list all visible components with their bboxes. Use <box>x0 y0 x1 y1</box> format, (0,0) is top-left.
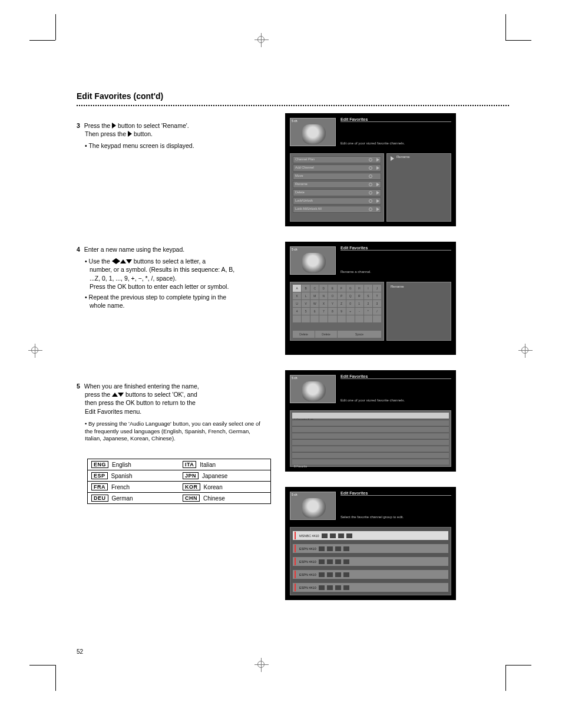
text: Enter a new name using the keypad. <box>84 246 184 253</box>
keypad-key: N <box>319 292 328 299</box>
right-arrow-icon <box>128 131 132 137</box>
keypad-key: Q <box>346 292 355 299</box>
keypad-key: 4 <box>293 308 301 315</box>
lang-name: Italian <box>200 462 216 468</box>
panel-subtitle: Rename a channel. <box>340 270 371 274</box>
keypad-key: U <box>293 300 301 307</box>
text: then press the OK button to return to th… <box>85 398 271 407</box>
keypad-key: 1 <box>355 300 363 307</box>
keypad-key <box>364 315 372 322</box>
left-arrow-icon <box>112 258 116 264</box>
keypad-key: J <box>373 285 381 292</box>
key: Delete <box>315 331 337 338</box>
panel-subtitle: Edit one of your stored favorite channel… <box>340 398 405 402</box>
panel-title: Edit Favorites <box>340 117 368 121</box>
text: When you are finished entering the name, <box>84 383 199 390</box>
lang-chip: KOR <box>183 483 200 490</box>
step-4: 4 Enter a new name using the keypad. • U… <box>77 245 271 309</box>
keypad-key <box>346 315 355 322</box>
step-5: 5 When you are finished entering the nam… <box>77 382 271 443</box>
panel-subtitle: Select the favorite channel group to edi… <box>340 515 404 519</box>
keypad-key: E <box>328 285 336 292</box>
preview-thumbnail <box>290 118 336 146</box>
panel-title: Edit Favorites <box>340 246 368 250</box>
keypad-key: D <box>319 285 328 292</box>
text: Press the OK button to enter each letter… <box>90 282 271 291</box>
keypad-key: O <box>328 292 336 299</box>
keypad-key: B <box>302 285 310 292</box>
keypad-key: W <box>310 300 319 307</box>
language-table: ENGEnglish ITAItalian ESPSpanish JPNJapa… <box>87 459 271 504</box>
keypad-key: R <box>355 292 363 299</box>
lang-chip: FRA <box>91 483 108 490</box>
keypad-key <box>310 315 319 322</box>
table-row: ESPSpanish JPNJapanese <box>88 470 270 482</box>
lang-chip: CHN <box>183 495 200 502</box>
text: button to select 'Rename'. <box>118 122 189 129</box>
keypad-key: K <box>293 292 301 299</box>
keypad-key: L <box>302 292 310 299</box>
down-arrow-icon <box>126 259 132 263</box>
keypad-key: T <box>373 292 381 299</box>
right-arrow-icon <box>116 258 120 264</box>
divider <box>77 105 509 106</box>
preview-thumbnail <box>290 246 336 275</box>
lang-name: Japanese <box>202 473 227 479</box>
text: buttons to select a letter, a <box>134 258 206 265</box>
text: By pressing the 'Audio Language' button,… <box>85 420 260 442</box>
page-number: 52 <box>77 648 83 655</box>
step-number: 4 <box>77 246 80 253</box>
keypad-key: X <box>319 300 328 307</box>
step-number: 3 <box>77 122 80 129</box>
keypad-key: - <box>355 308 363 315</box>
keypad-key: * <box>364 308 372 315</box>
panel-title: Edit Favorites <box>340 374 368 378</box>
panel-subtitle: Edit one of your stored favorite channel… <box>340 141 405 145</box>
osd-screenshot-4: Edit Favorites Select the favorite chann… <box>285 487 456 600</box>
lang-chip: ESP <box>91 472 108 479</box>
up-arrow-icon <box>120 259 126 263</box>
keypad-key: 6 <box>310 308 319 315</box>
text: ...Z, 0, 1, ..., 9, +, −, *, /, space). <box>90 274 271 282</box>
keypad-key <box>302 315 310 322</box>
lang-chip: JPN <box>183 472 199 479</box>
keypad-key <box>373 315 381 322</box>
keypad-key: C <box>310 285 319 292</box>
keypad-key: M <box>310 292 319 299</box>
keypad-key: / <box>373 308 381 315</box>
keypad-key: F <box>338 285 346 292</box>
text: Repeat the previous step to complete typ… <box>89 294 226 301</box>
keypad-key: Z <box>338 300 346 307</box>
keypad-key: 0 <box>346 300 355 307</box>
down-arrow-icon <box>118 393 124 397</box>
text: number, or a symbol. (Results in this se… <box>90 265 271 274</box>
step-number: 5 <box>77 383 80 390</box>
text: The keypad menu screen is displayed. <box>88 142 194 149</box>
lang-name: Chinese <box>203 495 225 502</box>
keypad-key: 3 <box>373 300 381 307</box>
keypad-key: 7 <box>319 308 328 315</box>
keypad-key: P <box>338 292 346 299</box>
keypad-key: A <box>293 285 301 292</box>
lang-name: Spanish <box>111 473 133 479</box>
keypad-key <box>293 315 301 322</box>
table-row: FRAFrench KORKorean <box>88 482 270 493</box>
section-title: Edit Favorites (cont'd) <box>77 91 163 101</box>
keypad-key: + <box>346 308 355 315</box>
text: Then press the <box>85 130 128 137</box>
lang-name: German <box>112 495 133 502</box>
lang-name: French <box>111 484 130 490</box>
panel-title: Edit Favorites <box>340 491 368 495</box>
step-3: 3 Press the button to select 'Rename'. T… <box>77 121 271 150</box>
keypad-key <box>319 315 328 322</box>
up-arrow-icon <box>112 393 118 397</box>
text: press the <box>85 391 112 398</box>
table-row: DEUGerman CHNChinese <box>88 493 270 504</box>
text: Press the <box>84 122 112 129</box>
preview-thumbnail <box>290 375 336 403</box>
osd-screenshot-2: Edit Favorites Rename a channel. ABCDEFG… <box>285 242 456 355</box>
lang-chip: ENG <box>91 461 108 468</box>
lang-chip: ITA <box>183 461 196 468</box>
preview-thumbnail <box>290 492 336 520</box>
keypad-key: I <box>364 285 372 292</box>
